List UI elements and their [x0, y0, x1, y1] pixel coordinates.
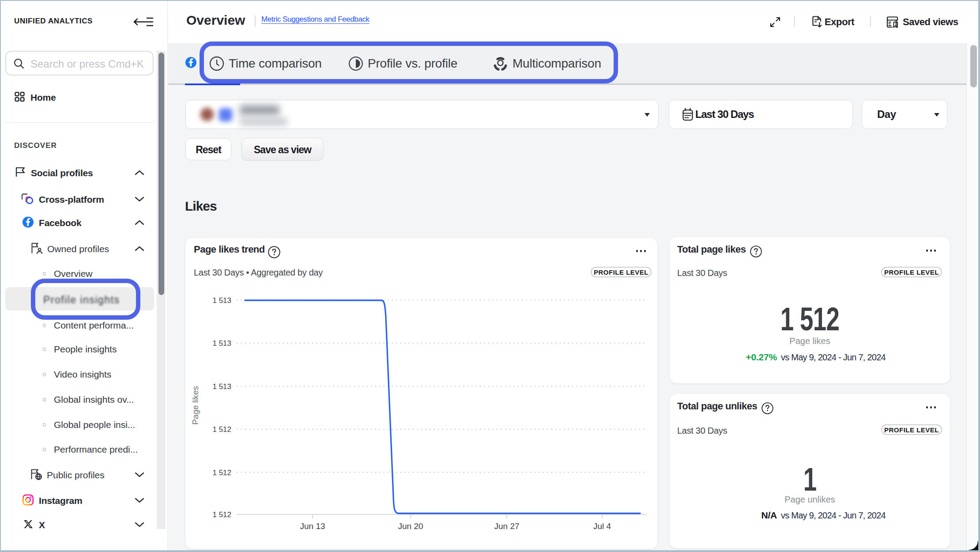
svg-text:1 513: 1 513	[212, 382, 231, 391]
svg-text:Jun 27: Jun 27	[494, 522, 519, 531]
svg-text:Jun 20: Jun 20	[398, 522, 423, 531]
svg-text:1 512: 1 512	[212, 469, 231, 477]
svg-text:1 512: 1 512	[212, 425, 231, 434]
svg-text:1 513: 1 513	[212, 339, 231, 348]
svg-text:1 512: 1 512	[212, 510, 231, 519]
svg-text:Page likes: Page likes	[191, 386, 200, 425]
svg-text:Jul 4: Jul 4	[593, 522, 611, 531]
svg-text:Jun 13: Jun 13	[300, 522, 325, 531]
svg-text:1 513: 1 513	[212, 296, 231, 305]
